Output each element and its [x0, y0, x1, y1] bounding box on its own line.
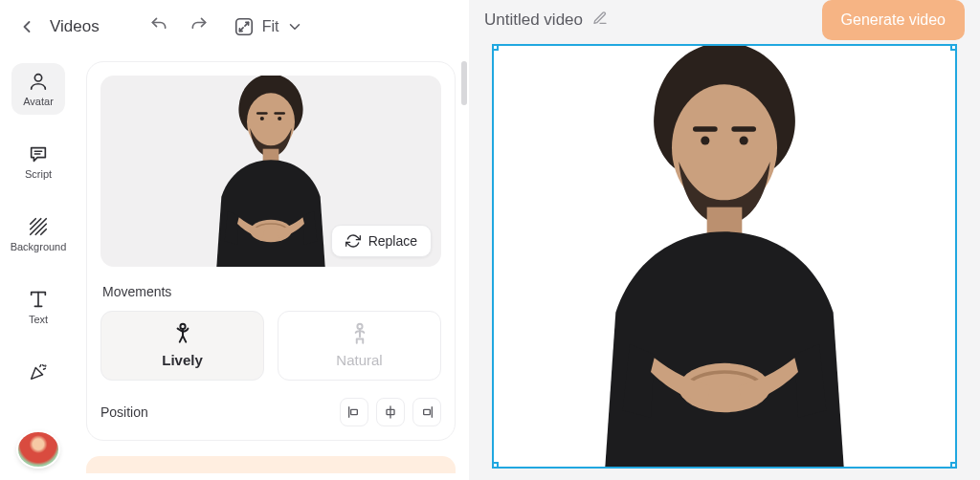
- pencil-icon: [592, 11, 608, 26]
- party-icon: [28, 361, 49, 382]
- tool-rail: Avatar Script Background Text: [0, 54, 77, 480]
- breadcrumb-videos[interactable]: Videos: [50, 17, 100, 36]
- chevron-down-icon: [286, 18, 303, 35]
- text-icon: [28, 289, 49, 310]
- svg-line-13: [31, 219, 36, 225]
- avatar-card: Replace Movements Lively Natural: [86, 61, 456, 441]
- rail-item-avatar[interactable]: Avatar: [11, 63, 65, 115]
- movement-label: Natural: [336, 352, 382, 368]
- movement-option-natural[interactable]: Natural: [278, 311, 441, 381]
- svg-line-17: [41, 229, 47, 235]
- align-center-icon: [383, 404, 398, 420]
- chat-icon: [28, 143, 49, 164]
- position-heading: Position: [100, 404, 148, 420]
- align-center-button[interactable]: [376, 398, 405, 426]
- svg-point-10: [34, 75, 41, 81]
- svg-point-21: [180, 324, 185, 329]
- scrollbar-thumb[interactable]: [461, 61, 467, 105]
- replace-label: Replace: [368, 233, 417, 249]
- fit-label: Fit: [262, 18, 279, 35]
- rail-label: Background: [11, 241, 67, 252]
- chevron-left-icon: [17, 17, 36, 36]
- rail-label: Text: [29, 314, 48, 325]
- left-body: Avatar Script Background Text: [0, 54, 469, 480]
- rail-item-confetti[interactable]: [11, 354, 65, 390]
- rename-button[interactable]: [592, 11, 608, 30]
- canvas[interactable]: [492, 44, 957, 469]
- align-right-icon: [419, 404, 434, 420]
- refresh-icon: [345, 233, 361, 249]
- replace-avatar-button[interactable]: Replace: [331, 225, 432, 257]
- natural-icon: [347, 321, 372, 346]
- undo-button[interactable]: [145, 11, 172, 42]
- movement-option-lively[interactable]: Lively: [100, 311, 264, 381]
- movements-options: Lively Natural: [100, 311, 441, 381]
- rail-label: Avatar: [23, 96, 54, 107]
- left-column: Videos Fit Avatar S: [0, 0, 469, 480]
- svg-point-22: [357, 324, 362, 329]
- lively-icon: [170, 321, 195, 346]
- svg-line-14: [31, 219, 41, 229]
- person-icon: [28, 71, 49, 92]
- texture-icon: [28, 216, 49, 237]
- editor-area: Untitled video Generate video: [469, 0, 980, 480]
- rail-item-script[interactable]: Script: [11, 136, 65, 187]
- redo-button[interactable]: [186, 11, 212, 42]
- undo-icon: [149, 15, 168, 34]
- fit-icon: [234, 16, 255, 37]
- rail-item-background[interactable]: Background: [11, 208, 65, 260]
- user-avatar[interactable]: [18, 432, 58, 467]
- align-left-icon: [346, 404, 362, 420]
- zoom-fit-control[interactable]: Fit: [234, 16, 304, 37]
- align-left-button[interactable]: [340, 398, 368, 426]
- position-row: Position: [100, 398, 441, 426]
- next-card-peek: [86, 456, 456, 473]
- canvas-wrap: [469, 40, 980, 480]
- svg-rect-7: [235, 19, 252, 35]
- generate-video-button[interactable]: Generate video: [822, 0, 965, 40]
- svg-rect-24: [351, 409, 358, 414]
- position-buttons: [340, 398, 441, 426]
- side-panel: Replace Movements Lively Natural: [77, 54, 469, 480]
- svg-rect-28: [424, 409, 431, 414]
- resize-handle-tl[interactable]: [492, 44, 499, 51]
- resize-handle-tr[interactable]: [950, 44, 957, 51]
- redo-icon: [189, 15, 209, 34]
- svg-point-20: [45, 365, 46, 366]
- resize-handle-br[interactable]: [950, 462, 957, 469]
- avatar-preview[interactable]: Replace: [100, 76, 441, 267]
- align-right-button[interactable]: [412, 398, 441, 426]
- video-title[interactable]: Untitled video: [484, 11, 583, 30]
- app-root: Videos Fit Avatar S: [0, 0, 980, 480]
- svg-line-16: [35, 224, 46, 234]
- movement-label: Lively: [162, 352, 203, 368]
- rail-item-text[interactable]: Text: [11, 281, 65, 333]
- rail-label: Script: [25, 168, 52, 180]
- back-button[interactable]: [17, 17, 36, 36]
- movements-heading: Movements: [102, 284, 439, 299]
- resize-handle-bl[interactable]: [492, 462, 499, 469]
- topbar: Videos Fit: [0, 0, 469, 54]
- editor-topbar: Untitled video Generate video: [469, 0, 980, 40]
- avatar-on-canvas[interactable]: [523, 46, 925, 467]
